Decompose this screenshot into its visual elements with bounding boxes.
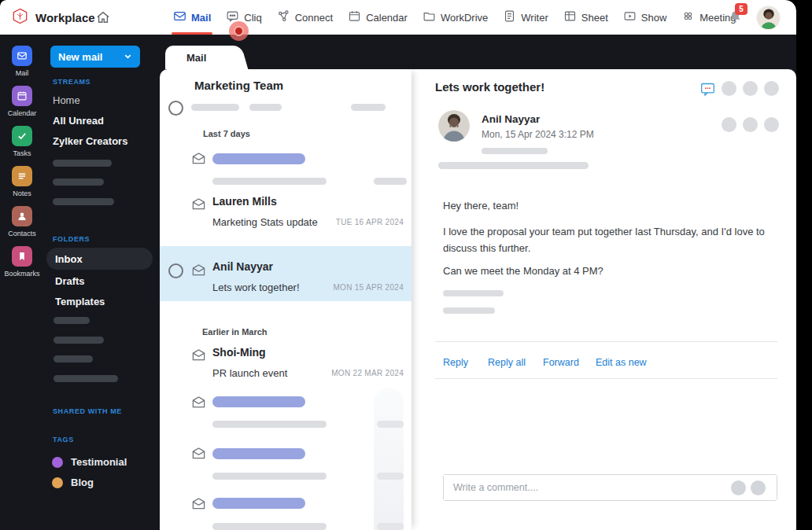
rail-item-tasks[interactable]: Tasks xyxy=(0,126,44,157)
user-avatar[interactable] xyxy=(756,6,781,30)
skeleton-bar xyxy=(191,104,239,111)
reading-pane: Lets work together! Anil Nayyar Mon, 15 … xyxy=(412,69,796,530)
nav-item-calendar[interactable]: Calendar xyxy=(348,0,408,35)
bookmarks-app-icon xyxy=(12,246,32,267)
skeleton-bar xyxy=(53,198,114,205)
skeleton-action-circle[interactable] xyxy=(731,480,746,495)
mail-sender: Anil Nayyar xyxy=(212,260,273,273)
comment-input[interactable] xyxy=(444,475,777,500)
select-all-checkbox[interactable] xyxy=(168,101,183,116)
skeleton-bar xyxy=(212,473,327,480)
edit-as-new-button[interactable]: Edit as new xyxy=(596,357,647,368)
skeleton-action-circle[interactable] xyxy=(751,480,766,495)
skeleton-bar xyxy=(212,178,327,185)
topbar: Workplace Mail xyxy=(0,0,796,35)
list-item-skeleton[interactable] xyxy=(160,392,412,442)
mail-title: Lets work together! xyxy=(435,80,544,94)
list-item-shoi-ming[interactable]: Shoi-Ming PR launch event MON 22 MAR 202… xyxy=(160,344,412,395)
skeleton-action-circle[interactable] xyxy=(743,117,758,132)
skeleton-bar xyxy=(374,178,407,185)
presentation-icon xyxy=(623,9,637,25)
sidebar-item-templates[interactable]: Templates xyxy=(55,296,105,307)
new-mail-button[interactable]: New mail xyxy=(50,46,140,68)
nav-label: Calendar xyxy=(366,12,408,24)
nav-label: Mail xyxy=(191,12,211,24)
list-item-anil-nayyar[interactable]: Anil Nayyar Lets work together! MON 15 A… xyxy=(160,246,412,301)
reply-button[interactable]: Reply xyxy=(443,357,468,368)
envelope-icon xyxy=(191,348,206,363)
skeleton-bar xyxy=(443,307,495,314)
skeleton-bar xyxy=(53,179,104,186)
sidebar-tag-testimonial[interactable]: Testimonial xyxy=(52,456,127,468)
rail-item-mail[interactable]: Mail xyxy=(0,46,44,77)
skeleton-bar xyxy=(53,160,112,167)
skeleton-action-circle[interactable] xyxy=(764,81,779,96)
envelope-icon xyxy=(191,263,206,278)
sidebar-tag-blog[interactable]: Blog xyxy=(52,477,94,488)
comments-icon[interactable] xyxy=(699,81,716,98)
sidebar-item-home[interactable]: Home xyxy=(53,94,80,106)
list-item-skeleton[interactable] xyxy=(160,443,412,493)
mail-subject: Lets work together! xyxy=(212,282,300,293)
skeleton-bar xyxy=(438,162,589,169)
sender-avatar xyxy=(438,110,470,142)
list-item-skeleton[interactable] xyxy=(160,146,412,197)
skeleton-bar xyxy=(54,317,90,324)
mail-subject: Marketing Stats update xyxy=(212,216,318,228)
list-header: Marketing Team xyxy=(194,79,283,92)
mail-sender: Shoi-Ming xyxy=(212,346,266,359)
rail-item-calendar[interactable]: Calendar xyxy=(0,86,44,117)
skeleton-action-circle[interactable] xyxy=(722,81,736,96)
tab-mail[interactable]: Mail xyxy=(165,46,238,69)
brand-name: Workplace xyxy=(35,11,95,24)
mail-app-icon xyxy=(12,46,32,66)
list-item-skeleton[interactable] xyxy=(160,494,412,530)
nav-label: Writer xyxy=(521,12,548,24)
network-icon xyxy=(277,9,290,25)
topbar-right: 5 xyxy=(728,0,781,35)
home-icon[interactable] xyxy=(95,9,111,25)
sidebar-item-inbox[interactable]: Inbox xyxy=(46,248,153,270)
skeleton-bar xyxy=(54,355,93,363)
nav-item-workdrive[interactable]: WorkDrive xyxy=(423,0,488,35)
forward-button[interactable]: Forward xyxy=(543,357,579,368)
rail-label: Calendar xyxy=(8,109,37,117)
skeleton-bar xyxy=(212,498,305,509)
skeleton-bar xyxy=(377,421,404,428)
mail-checkbox[interactable] xyxy=(168,263,183,278)
nav-item-mail[interactable]: Mail xyxy=(173,0,211,35)
skeleton-action-circle[interactable] xyxy=(743,81,758,96)
skeleton-action-circle[interactable] xyxy=(764,117,779,132)
rail-item-contacts[interactable]: Contacts xyxy=(0,206,44,237)
nav-item-show[interactable]: Show xyxy=(623,0,667,35)
spreadsheet-icon xyxy=(563,9,577,25)
app-rail: Mail Calendar Tasks Not xyxy=(0,35,44,530)
notifications-bell-icon[interactable]: 5 xyxy=(728,9,744,25)
nav-item-connect[interactable]: Connect xyxy=(277,0,333,35)
skeleton-bar xyxy=(377,473,404,480)
mail-body-question: Can we meet the Monday at 4 PM? xyxy=(443,263,785,279)
tag-color-dot xyxy=(52,477,63,488)
rail-item-bookmarks[interactable]: Bookmarks xyxy=(0,246,44,278)
skeleton-bar xyxy=(54,337,104,344)
reply-all-button[interactable]: Reply all xyxy=(488,357,526,368)
nav-label: WorkDrive xyxy=(441,12,488,24)
sidebar-item-zylker-creators[interactable]: Zylker Creators xyxy=(53,135,127,147)
mail-date: TUE 16 APR 2024 xyxy=(336,218,404,226)
skeleton-bar xyxy=(212,153,305,164)
list-item-lauren-mills[interactable]: Lauren Mills Marketing Stats update TUE … xyxy=(160,193,412,244)
skeleton-action-circle[interactable] xyxy=(722,117,736,132)
mail-date: MON 15 APR 2024 xyxy=(333,283,404,292)
nav-label: Show xyxy=(641,12,667,24)
mail-icon xyxy=(173,9,186,25)
sidebar-item-all-unread[interactable]: All Unread xyxy=(53,115,104,127)
divider xyxy=(435,341,777,342)
skeleton-bar xyxy=(443,290,504,296)
rail-item-notes[interactable]: Notes xyxy=(0,166,44,197)
envelope-icon xyxy=(191,496,206,511)
sidebar-item-drafts[interactable]: Drafts xyxy=(55,275,85,287)
list-group-label: Last 7 days xyxy=(203,129,250,138)
nav-item-writer[interactable]: Writer xyxy=(503,0,548,35)
skeleton-bar xyxy=(54,375,118,382)
nav-item-sheet[interactable]: Sheet xyxy=(563,0,608,35)
